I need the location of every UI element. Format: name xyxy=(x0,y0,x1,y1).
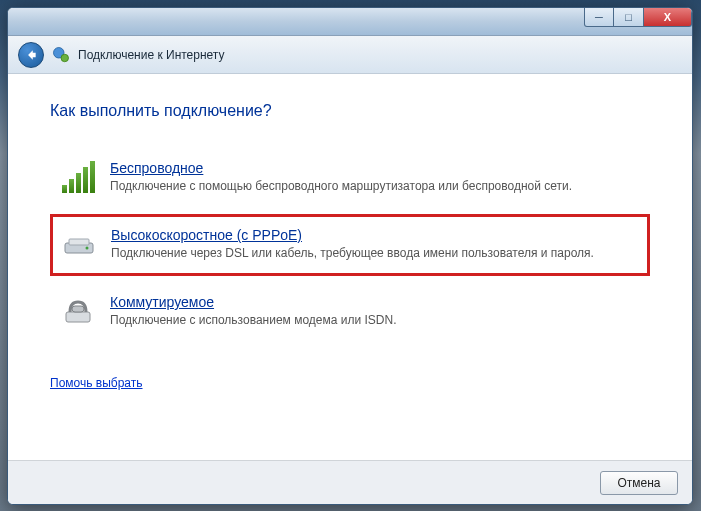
option-desc: Подключение с помощью беспроводного марш… xyxy=(110,178,640,194)
option-title: Коммутируемое xyxy=(110,294,640,310)
titlebar: ─ □ X xyxy=(8,8,692,36)
help-me-choose-link[interactable]: Помочь выбрать xyxy=(50,376,143,390)
svg-rect-6 xyxy=(72,306,84,312)
phone-modem-icon xyxy=(60,294,96,330)
svg-rect-3 xyxy=(69,239,89,245)
back-button[interactable] xyxy=(18,42,44,68)
wizard-window: ─ □ X Подключение к Интернету Как выполн… xyxy=(7,7,693,505)
option-broadband-pppoe[interactable]: Высокоскоростное (с PPPoE) Подключение ч… xyxy=(50,214,650,276)
back-arrow-icon xyxy=(24,48,38,62)
footer-bar: Отмена xyxy=(8,460,692,504)
maximize-button[interactable]: □ xyxy=(614,7,644,27)
option-title: Беспроводное xyxy=(110,160,640,176)
option-title: Высокоскоростное (с PPPoE) xyxy=(111,227,639,243)
content-area: Как выполнить подключение? Беспроводное … xyxy=(8,74,692,460)
cancel-button[interactable]: Отмена xyxy=(600,471,678,495)
window-controls: ─ □ X xyxy=(584,7,692,27)
minimize-button[interactable]: ─ xyxy=(584,7,614,27)
option-body: Высокоскоростное (с PPPoE) Подключение ч… xyxy=(111,227,639,263)
page-heading: Как выполнить подключение? xyxy=(50,102,650,120)
header-bar: Подключение к Интернету xyxy=(8,36,692,74)
option-wireless[interactable]: Беспроводное Подключение с помощью беспр… xyxy=(50,148,650,208)
globe-network-icon xyxy=(52,46,70,64)
modem-icon xyxy=(61,227,97,263)
option-dialup[interactable]: Коммутируемое Подключение с использовани… xyxy=(50,282,650,342)
option-desc: Подключение с использованием модема или … xyxy=(110,312,640,328)
option-body: Беспроводное Подключение с помощью беспр… xyxy=(110,160,640,196)
window-title: Подключение к Интернету xyxy=(78,48,225,62)
option-desc: Подключение через DSL или кабель, требую… xyxy=(111,245,639,261)
option-body: Коммутируемое Подключение с использовани… xyxy=(110,294,640,330)
svg-point-1 xyxy=(61,54,69,62)
svg-point-4 xyxy=(86,247,89,250)
close-button[interactable]: X xyxy=(644,7,692,27)
svg-rect-5 xyxy=(66,312,90,322)
wireless-bars-icon xyxy=(60,160,96,196)
